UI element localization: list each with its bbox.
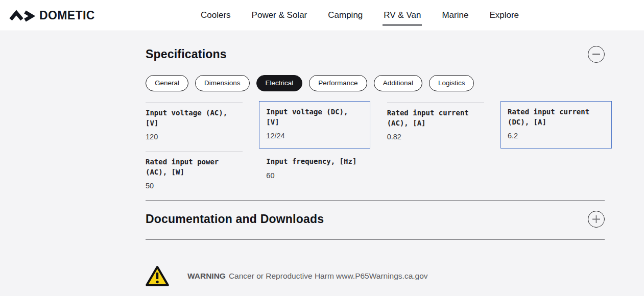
nav-item-power-solar[interactable]: Power & Solar xyxy=(252,8,307,22)
spec-cell-input-voltage-dc: Input voltage (DC), [V] 12/24 xyxy=(259,101,370,149)
specifications-header: Specifications xyxy=(146,45,605,63)
specifications-grid: Input voltage (AC), [V] 120 Input voltag… xyxy=(146,102,605,198)
spec-cell-input-frequency: Input frequency, [Hz] 60 xyxy=(266,151,363,198)
warning-message: Cancer or Reproductive Harm www.P65Warni… xyxy=(229,272,428,280)
spec-label: Rated input current (DC), [A] xyxy=(508,107,605,127)
spec-label: Input frequency, [Hz] xyxy=(266,157,363,167)
dometic-logo[interactable]: DOMETIC xyxy=(9,9,95,22)
spec-value: 0.82 xyxy=(387,133,484,141)
main-nav: Coolers Power & Solar Camping RV & Van M… xyxy=(201,0,519,31)
specifications-collapse-button[interactable] xyxy=(588,46,605,63)
spec-cell-rated-input-power-ac: Rated input power (AC), [W] 50 xyxy=(146,151,243,198)
nav-item-rv-van[interactable]: RV & Van xyxy=(384,8,421,22)
spec-value: 50 xyxy=(146,182,243,190)
spec-label: Rated input current (AC), [A] xyxy=(387,108,484,128)
minus-icon xyxy=(592,54,600,55)
tab-electrical[interactable]: Electrical xyxy=(256,75,303,91)
dometic-logo-icon xyxy=(9,9,35,22)
dometic-logo-text: DOMETIC xyxy=(39,9,95,22)
tab-logistics[interactable]: Logistics xyxy=(429,75,474,91)
spec-cell-rated-input-current-ac: Rated input current (AC), [A] 0.82 xyxy=(387,102,484,149)
spec-value: 120 xyxy=(146,133,243,141)
specifications-title: Specifications xyxy=(146,47,227,61)
spec-label: Rated input power (AC), [W] xyxy=(146,157,243,177)
spec-label: Input voltage (AC), [V] xyxy=(146,108,243,128)
spec-label: Input voltage (DC), [V] xyxy=(266,107,363,127)
warning-triangle-icon xyxy=(146,265,169,287)
spec-value: 12/24 xyxy=(266,132,363,140)
tab-dimensions[interactable]: Dimensions xyxy=(195,75,250,91)
nav-item-coolers[interactable]: Coolers xyxy=(201,8,231,22)
specification-tabs: General Dimensions Electrical Performanc… xyxy=(146,75,605,91)
tab-general[interactable]: General xyxy=(146,75,188,91)
spec-cell-input-voltage-ac: Input voltage (AC), [V] 120 xyxy=(146,102,243,149)
spec-value: 6.2 xyxy=(508,132,605,140)
documentation-expand-button[interactable] xyxy=(588,211,605,228)
section-divider xyxy=(146,239,605,240)
product-details-section: Specifications General Dimensions Electr… xyxy=(146,45,605,287)
documentation-title: Documentation and Downloads xyxy=(146,212,324,226)
nav-item-marine[interactable]: Marine xyxy=(442,8,468,22)
tab-additional[interactable]: Additional xyxy=(374,75,422,91)
tab-performance[interactable]: Performance xyxy=(309,75,367,91)
warning-label: WARNING xyxy=(187,272,226,280)
nav-item-explore[interactable]: Explore xyxy=(489,8,519,22)
prop65-warning: WARNINGCancer or Reproductive Harm www.P… xyxy=(146,265,605,287)
plus-icon xyxy=(592,215,601,224)
spec-value: 60 xyxy=(266,171,363,180)
warning-text: WARNINGCancer or Reproductive Harm www.P… xyxy=(187,272,428,281)
documentation-header: Documentation and Downloads xyxy=(146,201,605,239)
spec-cell-rated-input-current-dc: Rated input current (DC), [A] 6.2 xyxy=(500,101,612,149)
top-navigation-bar: DOMETIC Coolers Power & Solar Camping RV… xyxy=(0,0,644,31)
nav-item-camping[interactable]: Camping xyxy=(328,8,363,22)
